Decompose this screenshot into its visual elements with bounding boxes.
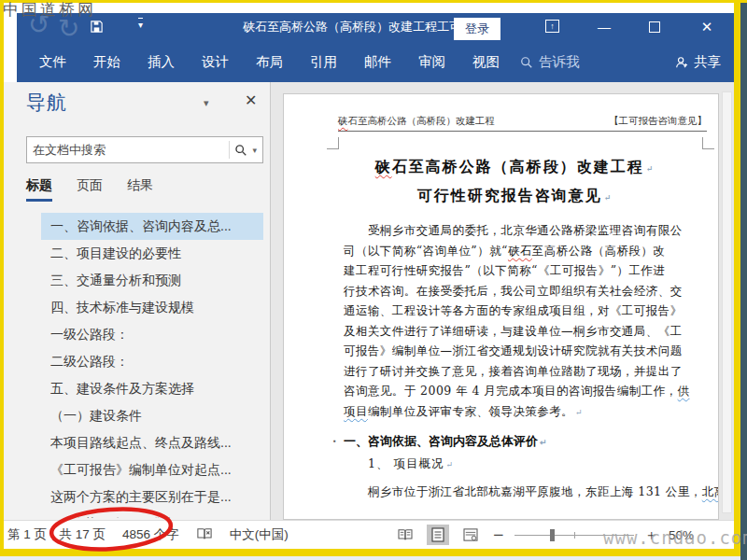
watermark-bottom-right: www.cndao.com (603, 527, 747, 548)
proofing-errors-icon[interactable] (196, 526, 213, 544)
frame-edge (0, 0, 4, 560)
paragraph-mark: ↵ (445, 460, 453, 469)
text-boundary-mark-left (327, 137, 339, 149)
paragraph-mark: ↵ (646, 164, 654, 174)
tab-view[interactable]: 视图 (461, 53, 511, 71)
tab-references[interactable]: 引用 (299, 53, 348, 71)
frame-edge (0, 0, 747, 3)
nav-heading-item[interactable]: 一级公路段： (41, 321, 263, 348)
word-count-indicator[interactable]: 4856 个字 (122, 526, 179, 543)
print-layout-icon[interactable] (427, 525, 449, 545)
navigation-tabs: 标题 页面 结果 (26, 177, 153, 202)
grammar-flagged-text: 项目 (344, 404, 368, 418)
document-search-box[interactable]: ▾ (26, 136, 263, 163)
nav-heading-item[interactable]: 二级公路段： (41, 348, 263, 375)
tab-design[interactable]: 设计 (190, 53, 240, 71)
minimize-button[interactable]: — (588, 17, 620, 37)
close-button[interactable]: ✕ (691, 17, 723, 37)
document-area: 硖石至高桥公路（高桥段）改建工程 【工可报告咨询意见】 硖石至高桥公路（高桥段）… (271, 82, 734, 520)
navigation-pane: 导航 ▾ ✕ ▾ 标题 页面 结果 一、咨询依据、咨询内容及总... 二、项目建… (4, 82, 271, 520)
language-indicator[interactable]: 中文(中国) (230, 526, 289, 543)
title-bar: ▾ 硖石至高桥公路（高桥段）改建工程工可... 登录 ↑ — ✕ (17, 13, 734, 42)
body-line: 可报告》编制单位—浙江省交通规划设计研究院就有关技术问题 (344, 341, 684, 361)
frame-edge (0, 549, 740, 556)
paragraph-mark: ↵ (540, 438, 547, 447)
watermark-text: 中国道桥网 (3, 0, 96, 19)
search-input[interactable] (27, 143, 229, 157)
body-line: 项目编制单位及评审专家、领导决策参考。↵ (344, 401, 684, 422)
nav-heading-item[interactable]: 一、咨询依据、咨询内容及总... (41, 213, 263, 240)
watermark-text: www.cndao.com (603, 527, 747, 548)
tell-me-label: 告诉我 (539, 53, 580, 71)
line-segment: 咨询意见。于 2009 年 4 月完成本项目的咨询报告编制工作， (344, 384, 678, 398)
zoom-slider-thumb[interactable] (550, 529, 555, 541)
status-bar-left: 第 1 页，共 17 页 4856 个字 中文(中国) (7, 521, 289, 549)
line-segment: 至高桥公路（高桥段）改 (532, 244, 665, 258)
tab-review[interactable]: 审阅 (407, 53, 457, 71)
sign-in-button[interactable]: 登录 (454, 18, 500, 40)
zoom-slider-center-tick (574, 532, 575, 539)
document-title-line2: 可行性研究报告咨询意见↵ (344, 185, 684, 209)
document-page[interactable]: 硖石至高桥公路（高桥段）改建工程 【工可报告咨询意见】 硖石至高桥公路（高桥段）… (283, 93, 719, 520)
nav-heading-item[interactable]: 三、交通量分析和预测 (41, 267, 263, 294)
nav-heading-item[interactable]: 2、路基、路面及排水 (41, 511, 263, 518)
person-icon (675, 56, 688, 69)
paragraph-1: 受桐乡市交通局的委托，北京华通公路桥梁监理咨询有限公 司（以下简称“咨询单位”）… (344, 220, 684, 421)
search-options-dropdown-icon[interactable]: ▾ (252, 146, 262, 155)
ribbon-display-options-icon[interactable]: ↑ (545, 20, 559, 33)
nav-heading-item[interactable]: 《工可报告》编制单位对起点... (41, 456, 263, 483)
section-heading-1: ▪一、咨询依据、咨询内容及总体评价↵ (344, 431, 684, 453)
tab-layout[interactable]: 布局 (245, 53, 294, 71)
body-line: 通运输、工程设计等各方面的专家组成项目组，对《工可报告》 (344, 301, 684, 321)
share-button[interactable]: 共享 (675, 53, 721, 71)
navigation-pane-dropdown-icon[interactable]: ▾ (204, 97, 209, 109)
search-icon (520, 56, 533, 69)
heading-bullet: ▪ (333, 431, 336, 452)
body-line: 进行了研讨并交换了意见，接着咨询单位踏勘了现场，并提出了 (344, 361, 684, 382)
nav-heading-item[interactable]: 这两个方案的主要区别在于是... (41, 483, 263, 511)
tell-me-box[interactable]: 告诉我 (520, 53, 580, 71)
line-segment: 桐乡市位于浙江省北部杭嘉湖平原腹地，东距上海 131 公里， (344, 484, 702, 498)
page-text: 硖石至高桥公路（高桥段）改建工程↵ 可行性研究报告咨询意见↵ 受桐乡市交通局的委… (344, 94, 684, 501)
text-boundary-mark-right (702, 137, 714, 149)
window-title: 硖石至高桥公路（高桥段）改建工程工可... (243, 19, 472, 35)
tab-file[interactable]: 文件 (28, 53, 78, 71)
nav-heading-item[interactable]: 二、项目建设的必要性 (41, 240, 263, 267)
grammar-flagged-text: 供 (678, 384, 690, 398)
title-line2-text: 可行性研究报告咨询意见 (417, 187, 602, 204)
misspelled-text: 硖石 (508, 244, 532, 258)
title-line1-rest: 石至高桥公路（高桥段）改建工程 (392, 158, 644, 175)
navigation-pane-close-icon[interactable]: ✕ (245, 91, 257, 109)
tab-insert[interactable]: 插入 (136, 53, 186, 71)
screenshot-root: 中国道桥网 ↺ ↻ ▾ 硖石至高桥公路（高桥段）改建工程工可... 登录 ↑ —… (0, 0, 747, 560)
save-icon[interactable] (90, 20, 104, 37)
zoom-out-button[interactable]: − (492, 526, 504, 543)
nav-tab-pages[interactable]: 页面 (77, 177, 103, 202)
body-line: 及相关文件进行了详细研读，与建设单位—桐乡市交通局、《工 (344, 321, 684, 342)
line-segment: 司（以下简称“咨询单位”）就“ (344, 244, 508, 258)
body-line: 咨询意见。于 2009 年 4 月完成本项目的咨询报告编制工作，供 (344, 381, 684, 401)
nav-heading-item[interactable]: （一）建设条件 (41, 402, 263, 429)
nav-tab-headings[interactable]: 标题 (26, 177, 52, 202)
vertical-scrollbar[interactable] (722, 91, 732, 513)
sub-heading-1: 1、 项目概况↵ (344, 454, 684, 476)
maximize-button[interactable] (639, 17, 670, 37)
nav-heading-item[interactable]: 五、建设条件及方案选择 (41, 375, 263, 402)
watermark-top-left: 中国道桥网 (3, 0, 96, 21)
tab-mailings[interactable]: 邮件 (353, 53, 402, 71)
web-layout-icon[interactable] (459, 525, 482, 545)
maximize-icon (649, 21, 660, 33)
nav-tab-results[interactable]: 结果 (127, 177, 153, 202)
page-number-indicator[interactable]: 第 1 页，共 17 页 (7, 526, 106, 543)
tab-home[interactable]: 开始 (82, 53, 132, 71)
headings-list: 一、咨询依据、咨询内容及总... 二、项目建设的必要性 三、交通量分析和预测 四… (4, 213, 271, 518)
quick-access-toolbar-dropdown[interactable]: ▾ (138, 18, 143, 30)
read-mode-icon[interactable] (394, 525, 416, 545)
nav-heading-item[interactable]: 本项目路线起点、终点及路线... (41, 429, 263, 456)
body-line: 建工程可行性研究报告”（以下简称“《工可报告》”）工作进 (344, 260, 684, 281)
navigation-pane-title: 导航 (26, 90, 67, 116)
search-magnifier-icon[interactable] (230, 144, 252, 157)
frame-right-strip (740, 0, 747, 560)
sub-heading-text: 1、 项目概况 (368, 456, 444, 470)
nav-heading-item[interactable]: 四、技术标准与建设规模 (41, 294, 263, 321)
